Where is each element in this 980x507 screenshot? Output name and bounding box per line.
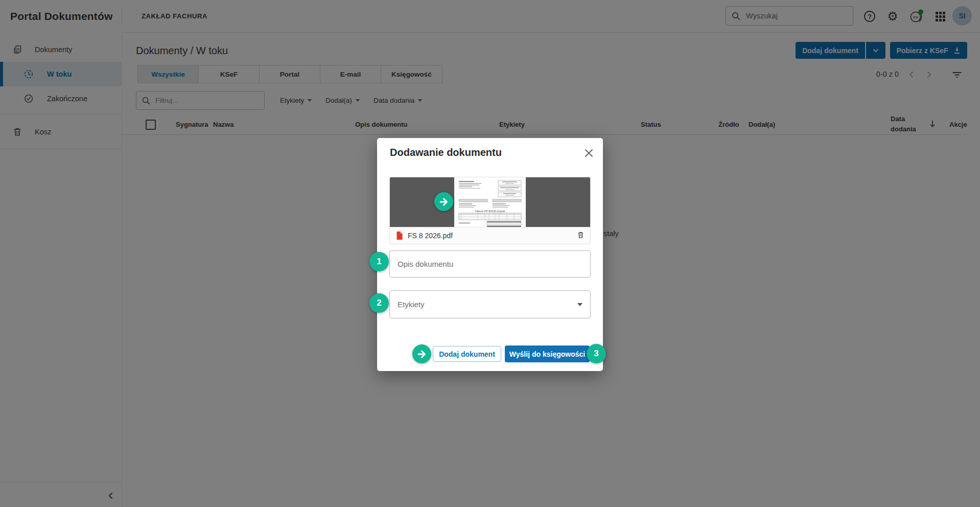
app-window: Portal Dokumentów ZAKŁAD FACHURA ? Ins (0, 0, 980, 507)
add-document-modal: Dodawanie dokumentu (377, 138, 603, 371)
svg-text:Faktura VAT B/2026 oryginał: Faktura VAT B/2026 oryginał (475, 210, 505, 213)
step-badge-2: 2 (369, 293, 389, 313)
pdf-icon (395, 231, 403, 240)
file-row: FS 8 2026.pdf (390, 227, 590, 244)
preview-canvas: Faktura VAT B/2026 oryginał (390, 177, 590, 227)
description-input[interactable] (389, 250, 591, 278)
invoice-thumbnail: Faktura VAT B/2026 oryginał (454, 177, 526, 227)
arrow-right-icon (416, 349, 428, 360)
document-preview: Faktura VAT B/2026 oryginał (389, 177, 591, 244)
step-arrow-icon (434, 192, 453, 211)
modal-add-document-button[interactable]: Dodaj dokument (433, 346, 501, 362)
caret-down-icon (577, 303, 582, 306)
close-icon (585, 149, 593, 157)
step-badge-3: 3 (587, 344, 606, 363)
step-badge-1: 1 (369, 252, 389, 271)
file-name: FS 8 2026.pdf (408, 232, 572, 240)
modal-title: Dodawanie dokumentu (390, 147, 502, 158)
step-arrow-icon (412, 344, 431, 363)
labels-select[interactable]: Etykiety (389, 290, 591, 318)
arrow-right-icon (438, 196, 450, 208)
send-to-accounting-button[interactable]: Wyślij do księgowości (505, 345, 590, 362)
trash-icon (577, 231, 585, 239)
close-button[interactable] (584, 148, 593, 157)
delete-file-button[interactable] (577, 231, 585, 241)
